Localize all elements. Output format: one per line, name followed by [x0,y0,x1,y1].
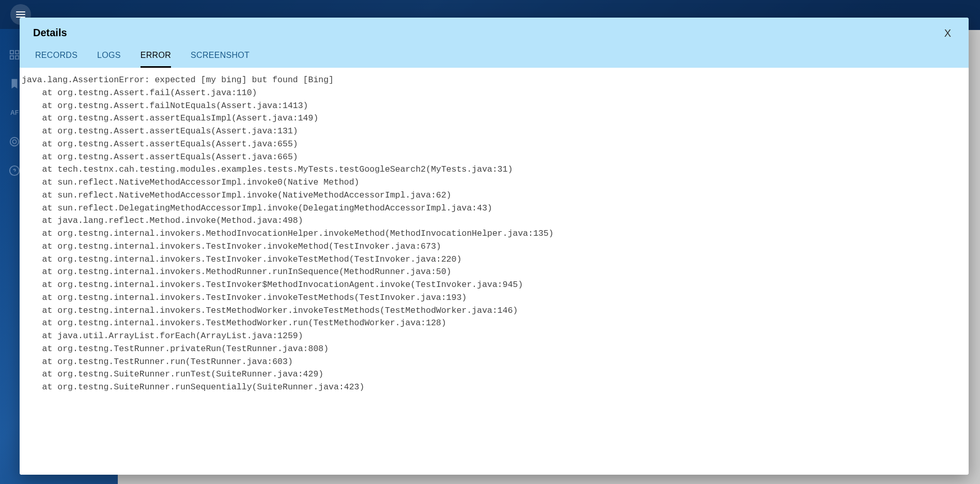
stack-frame: at org.testng.internal.invokers.TestInvo… [22,240,968,253]
details-modal: Details X RECORDSLOGSERRORSCREENSHOT jav… [20,18,969,475]
svg-rect-3 [15,56,19,59]
stack-frame: at org.testng.Assert.assertEquals(Assert… [22,151,968,164]
svg-rect-0 [10,51,13,54]
close-button[interactable]: X [940,27,955,39]
stack-frame: at org.testng.internal.invokers.TestInvo… [22,253,968,266]
modal-tabs: RECORDSLOGSERRORSCREENSHOT [33,51,955,68]
svg-point-4 [10,138,19,146]
stack-frame: at org.testng.TestRunner.run(TestRunner.… [22,356,968,369]
stack-frame: at org.testng.TestRunner.privateRun(Test… [22,343,968,356]
tab-logs[interactable]: LOGS [97,51,121,68]
stack-frame: at org.testng.internal.invokers.TestMeth… [22,305,968,317]
stack-frame: at org.testng.SuiteRunner.runTest(SuiteR… [22,368,968,381]
stack-frame: at org.testng.Assert.fail(Assert.java:11… [22,87,968,100]
svg-rect-2 [10,56,13,59]
modal-header: Details X RECORDSLOGSERRORSCREENSHOT [20,18,969,68]
stack-frame: at org.testng.internal.invokers.TestMeth… [22,317,968,330]
stack-frame: at sun.reflect.NativeMethodAccessorImpl.… [22,176,968,189]
error-content[interactable]: java.lang.AssertionError: expected [my b… [20,68,969,475]
error-message: java.lang.AssertionError: expected [my b… [22,74,968,87]
stack-frame: at org.testng.Assert.failNotEquals(Asser… [22,100,968,113]
tab-error[interactable]: ERROR [141,51,171,68]
stack-frame: at org.testng.Assert.assertEquals(Assert… [22,138,968,151]
stack-frame: at tech.testnx.cah.testing.modules.examp… [22,163,968,176]
stack-frame: at org.testng.internal.invokers.TestInvo… [22,279,968,292]
stack-frame: at java.lang.reflect.Method.invoke(Metho… [22,215,968,228]
stack-frame: at org.testng.internal.invokers.TestInvo… [22,292,968,305]
stack-frame: at org.testng.internal.invokers.MethodIn… [22,228,968,240]
stack-frame: at org.testng.Assert.assertEqualsImpl(As… [22,112,968,125]
stack-frame: at java.util.ArrayList.forEach(ArrayList… [22,330,968,343]
svg-rect-1 [15,51,19,54]
stack-frame: at sun.reflect.NativeMethodAccessorImpl.… [22,189,968,202]
stack-frame: at org.testng.Assert.assertEquals(Assert… [22,125,968,138]
modal-title: Details [33,27,67,39]
svg-point-5 [12,140,16,143]
tab-screenshot[interactable]: SCREENSHOT [191,51,250,68]
tab-records[interactable]: RECORDS [35,51,77,68]
stack-frame: at sun.reflect.DelegatingMethodAccessorI… [22,202,968,215]
stack-frame: at org.testng.internal.invokers.MethodRu… [22,266,968,279]
hamburger-icon [16,11,25,18]
stack-frame: at org.testng.SuiteRunner.runSequentiall… [22,381,968,394]
